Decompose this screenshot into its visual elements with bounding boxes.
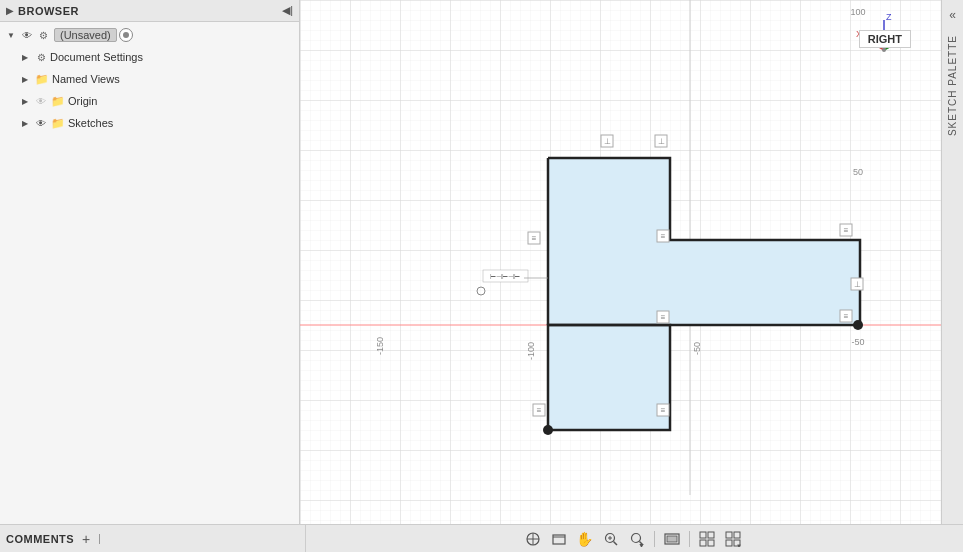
browser-tree: 👁 ⚙ (Unsaved) ⚙ Document Settings 📁 Name… (0, 22, 299, 524)
sketch-palette-label: SKETCH PALETTE (947, 35, 958, 136)
browser-header: ▶ BROWSER ◀| (0, 0, 299, 22)
view-label: RIGHT (859, 30, 911, 48)
tree-item-root[interactable]: 👁 ⚙ (Unsaved) (0, 24, 299, 46)
svg-text:≡: ≡ (844, 312, 849, 321)
svg-text:⊥: ⊥ (854, 280, 861, 289)
tree-item-origin[interactable]: 👁 📁 Origin (0, 90, 299, 112)
record-icon-root[interactable] (119, 28, 133, 42)
svg-rect-67 (726, 540, 732, 546)
svg-rect-65 (726, 532, 732, 538)
tree-item-document-settings[interactable]: ⚙ Document Settings (0, 46, 299, 68)
folder-icon-sketches: 📁 (50, 116, 66, 130)
unsaved-label: (Unsaved) (54, 28, 117, 42)
main-area: ▶ BROWSER ◀| 👁 ⚙ (Unsaved) ⚙ Document Se… (0, 0, 963, 524)
zoom-tool-button[interactable] (600, 528, 622, 550)
svg-rect-63 (700, 540, 706, 546)
eye-icon-sketches[interactable]: 👁 (34, 116, 48, 130)
svg-rect-64 (708, 540, 714, 546)
svg-text:-150: -150 (375, 337, 385, 355)
tree-arrow-named-views[interactable] (18, 72, 32, 86)
add-comment-button[interactable]: + (78, 531, 94, 547)
svg-rect-66 (734, 532, 740, 538)
svg-text:-100: -100 (526, 342, 536, 360)
search-display-button[interactable]: ▼ (626, 528, 648, 550)
svg-text:-50: -50 (851, 337, 864, 347)
toolbar-sep-2 (689, 531, 690, 547)
svg-point-28 (543, 425, 553, 435)
bottom-toolbar: COMMENTS + | ✋ (0, 524, 963, 552)
display-mode-button[interactable] (661, 528, 683, 550)
pan-tool-button[interactable]: ✋ (574, 528, 596, 550)
grid-options-button[interactable]: ▼ (722, 528, 744, 550)
browser-collapse-icon[interactable]: ◀| (282, 4, 293, 17)
svg-text:⊥: ⊥ (604, 137, 611, 146)
svg-text:▼: ▼ (736, 543, 741, 547)
folder-icon-origin: 📁 (50, 94, 66, 108)
svg-text:Z: Z (886, 12, 892, 22)
svg-line-53 (613, 541, 617, 545)
tree-arrow-doc-settings[interactable] (18, 50, 32, 64)
tree-item-named-views[interactable]: 📁 Named Views (0, 68, 299, 90)
eye-icon-root[interactable]: 👁 (20, 28, 34, 42)
bottom-left: COMMENTS + | (6, 525, 306, 552)
sketch-palette-panel: « SKETCH PALETTE (941, 0, 963, 524)
svg-rect-62 (708, 532, 714, 538)
grid-toggle-button[interactable] (696, 528, 718, 550)
tree-arrow-origin[interactable] (18, 94, 32, 108)
svg-rect-61 (700, 532, 706, 538)
toolbar-sep-1 (654, 531, 655, 547)
svg-text:≡: ≡ (661, 406, 666, 415)
browser-expand-icon[interactable]: ▶ (6, 5, 14, 16)
collapse-palette-button[interactable]: « (943, 5, 963, 25)
gear-icon-root[interactable]: ⚙ (36, 28, 50, 42)
canvas-area[interactable]: ⊥ ⊥ ≡ ≡ ⊥ ≡ ≡ ≡ ≡ (300, 0, 941, 524)
browser-title: BROWSER (18, 5, 278, 17)
svg-rect-5 (548, 325, 670, 430)
svg-text:50: 50 (853, 167, 863, 177)
svg-rect-60 (667, 536, 677, 542)
svg-text:⊥: ⊥ (658, 137, 665, 146)
svg-text:≡: ≡ (537, 406, 542, 415)
svg-point-29 (853, 320, 863, 330)
snap-tool-button[interactable] (522, 528, 544, 550)
tree-arrow-root[interactable] (4, 28, 18, 42)
tree-arrow-sketches[interactable] (18, 116, 32, 130)
grid-background: ⊥ ⊥ ≡ ≡ ⊥ ≡ ≡ ≡ ≡ (300, 0, 941, 524)
tree-item-sketches[interactable]: 👁 📁 Sketches (0, 112, 299, 134)
named-views-label: Named Views (52, 73, 120, 85)
svg-text:▼: ▼ (638, 542, 645, 547)
bottom-separator-icon: | (98, 533, 101, 544)
sketches-label: Sketches (68, 117, 113, 129)
eye-icon-origin[interactable]: 👁 (34, 94, 48, 108)
comments-label: COMMENTS (6, 533, 74, 545)
svg-text:≡: ≡ (532, 234, 537, 243)
folder-icon-named-views: 📁 (34, 72, 50, 86)
doc-settings-label: Document Settings (50, 51, 143, 63)
svg-text:≡: ≡ (661, 313, 666, 322)
browser-panel: ▶ BROWSER ◀| 👁 ⚙ (Unsaved) ⚙ Document Se… (0, 0, 300, 524)
svg-text:≡: ≡ (661, 232, 666, 241)
origin-label: Origin (68, 95, 97, 107)
svg-rect-50 (553, 535, 565, 544)
svg-point-46 (882, 48, 886, 52)
svg-text:≡: ≡ (844, 226, 849, 235)
svg-text:⊢⊣⊢⊣⊢: ⊢⊣⊢⊣⊢ (490, 273, 520, 280)
svg-text:-50: -50 (692, 342, 702, 355)
fit-window-button[interactable] (548, 528, 570, 550)
bottom-center-tools: ✋ ▼ (308, 528, 957, 550)
gear-icon-doc-settings[interactable]: ⚙ (34, 50, 48, 64)
